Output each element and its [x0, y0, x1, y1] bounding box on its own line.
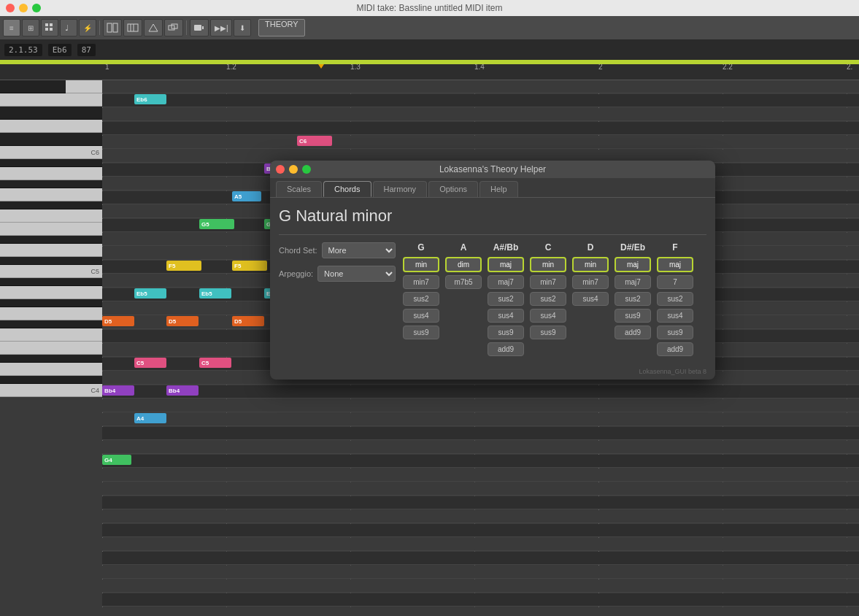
close-button[interactable] [6, 4, 15, 12]
chord-header-G: G [417, 242, 424, 253]
chord-btn-D#/Eb-maj[interactable]: maj [615, 257, 651, 272]
toolbar-btn-8[interactable] [164, 19, 183, 36]
chord-btn-D#/Eb-sus9[interactable]: sus9 [615, 309, 651, 323]
tab-help[interactable]: Help [479, 181, 518, 197]
chord-btn-D#/Eb-maj7[interactable]: maj7 [615, 275, 651, 289]
midi-note[interactable]: G4 [102, 455, 131, 465]
chord-btn-A#/Bb-maj[interactable]: maj [488, 257, 524, 272]
chord-btn-C-sus4[interactable]: sus4 [530, 309, 566, 323]
chord-btn-C-min7[interactable]: min7 [530, 275, 566, 289]
toolbar-separator-2 [186, 20, 187, 35]
theory-button[interactable]: THEORY [258, 19, 305, 36]
chord-grid: Gminmin7sus2sus4sus9Adimm7b5A#/Bbmajmaj7… [401, 242, 706, 356]
toolbar-btn-7[interactable] [144, 19, 163, 36]
toolbar-btn-0[interactable]: ≡ [3, 19, 20, 36]
midi-note[interactable]: C5 [134, 358, 166, 368]
chord-btn-C-min[interactable]: min [530, 257, 566, 272]
midi-note[interactable]: D5 [232, 316, 264, 326]
midi-note[interactable]: A4 [134, 413, 166, 423]
chord-btn-A#/Bb-sus4[interactable]: sus4 [488, 309, 524, 323]
midi-note[interactable]: G5 [199, 219, 234, 229]
position-velocity: 87 [77, 44, 96, 56]
chord-btn-D-min7[interactable]: min7 [572, 275, 609, 289]
chord-btn-D-min[interactable]: min [572, 257, 609, 272]
svg-rect-0 [45, 23, 48, 26]
midi-note[interactable]: C5 [199, 358, 231, 368]
toolbar-btn-2[interactable] [41, 19, 58, 36]
theory-content: G Natural minor Chord Set: More Basic Ar… [270, 198, 715, 365]
chord-btn-G-min[interactable]: min [403, 257, 439, 272]
theory-title: Lokasenna's Theory Helper [439, 164, 546, 174]
midi-note[interactable]: F5 [232, 261, 267, 271]
midi-note[interactable]: D5 [166, 316, 199, 326]
toolbar-btn-9[interactable] [190, 19, 209, 36]
toolbar-btn-4[interactable]: ⚡ [79, 19, 96, 36]
chord-btn-F-maj[interactable]: maj [657, 257, 693, 272]
chord-btn-G-sus9[interactable]: sus9 [403, 326, 439, 339]
tab-harmony[interactable]: Harmony [373, 181, 428, 197]
svg-marker-10 [149, 24, 158, 31]
tab-chords[interactable]: Chords [323, 181, 371, 197]
chord-btn-D#/Eb-sus2[interactable]: sus2 [615, 292, 651, 306]
toolbar-btn-6[interactable] [123, 19, 142, 36]
window-controls [6, 4, 41, 12]
midi-note[interactable]: Eb5 [199, 288, 231, 299]
chord-btn-A-dim[interactable]: dim [445, 257, 482, 272]
theory-minimize-button[interactable] [289, 165, 298, 174]
toolbar-btn-10[interactable]: ▶▶| [210, 19, 232, 36]
maximize-button[interactable] [32, 4, 41, 12]
chord-btn-C-sus9[interactable]: sus9 [530, 326, 566, 339]
toolbar-btn-11[interactable]: ⬇ [234, 19, 251, 36]
chord-set-row: Chord Set: More Basic [279, 242, 396, 258]
chord-btn-D-sus4[interactable]: sus4 [572, 292, 609, 306]
minimize-button[interactable] [19, 4, 28, 12]
chord-col-C: Cminmin7sus2sus4sus9 [528, 242, 568, 356]
theory-panel: Lokasenna's Theory Helper Scales Chords … [270, 161, 715, 380]
svg-rect-6 [113, 23, 118, 32]
svg-rect-5 [107, 23, 112, 32]
midi-note[interactable]: Eb6 [134, 94, 166, 104]
piano-keys: C6 C5 C4 [0, 60, 102, 616]
chord-btn-G-sus4[interactable]: sus4 [403, 309, 439, 323]
theory-tabs: Scales Chords Harmony Options Help [270, 178, 715, 198]
chord-btn-A#/Bb-sus9[interactable]: sus9 [488, 326, 524, 339]
theory-maximize-button[interactable] [302, 165, 311, 174]
chord-btn-F-add9[interactable]: add9 [657, 342, 693, 356]
theory-window-controls [276, 165, 311, 174]
chord-col-A: Adimm7b5 [444, 242, 483, 356]
chord-btn-D#/Eb-add9[interactable]: add9 [615, 326, 651, 339]
chord-set-select[interactable]: More Basic [322, 242, 396, 258]
toolbar-btn-3[interactable]: ♩ [60, 19, 77, 36]
toolbar-btn-5[interactable] [103, 19, 122, 36]
chord-btn-G-sus2[interactable]: sus2 [403, 292, 439, 306]
chord-btn-F-7[interactable]: 7 [657, 275, 693, 289]
chord-col-F: Fmaj7sus2sus4sus9add9 [655, 242, 695, 356]
chord-btn-F-sus9[interactable]: sus9 [657, 326, 693, 339]
progress-bar [0, 60, 859, 64]
midi-note[interactable]: Bb4 [166, 385, 199, 396]
midi-note[interactable]: D5 [102, 316, 134, 326]
chord-btn-F-sus4[interactable]: sus4 [657, 309, 693, 323]
tab-options[interactable]: Options [428, 181, 478, 197]
midi-note[interactable]: Eb5 [134, 288, 166, 299]
chord-btn-A#/Bb-maj7[interactable]: maj7 [488, 275, 524, 289]
midi-note[interactable]: Bb4 [102, 385, 134, 396]
toolbar-btn-1[interactable]: ⊞ [22, 19, 39, 36]
theory-close-button[interactable] [276, 165, 285, 174]
midi-note[interactable]: F5 [166, 261, 201, 271]
midi-note[interactable]: C6 [297, 136, 332, 146]
chord-columns: Gminmin7sus2sus4sus9Adimm7b5A#/Bbmajmaj7… [401, 242, 706, 356]
svg-text:♩: ♩ [65, 23, 69, 32]
arpeggio-select[interactable]: None Up Down [317, 266, 396, 282]
chord-btn-A#/Bb-sus2[interactable]: sus2 [488, 292, 524, 306]
tab-scales[interactable]: Scales [276, 181, 322, 197]
chord-header-D: D [588, 242, 594, 253]
chord-btn-A#/Bb-add9[interactable]: add9 [488, 342, 524, 356]
chord-btn-A-m7b5[interactable]: m7b5 [445, 275, 482, 289]
toolbar: ≡ ⊞ ♩ ⚡ ▶▶| ⬇ THEORY [0, 16, 859, 39]
chord-header-A: A [461, 242, 467, 253]
midi-note[interactable]: A5 [232, 191, 261, 201]
chord-btn-C-sus2[interactable]: sus2 [530, 292, 566, 306]
chord-btn-G-min7[interactable]: min7 [403, 275, 439, 289]
chord-btn-F-sus2[interactable]: sus2 [657, 292, 693, 306]
